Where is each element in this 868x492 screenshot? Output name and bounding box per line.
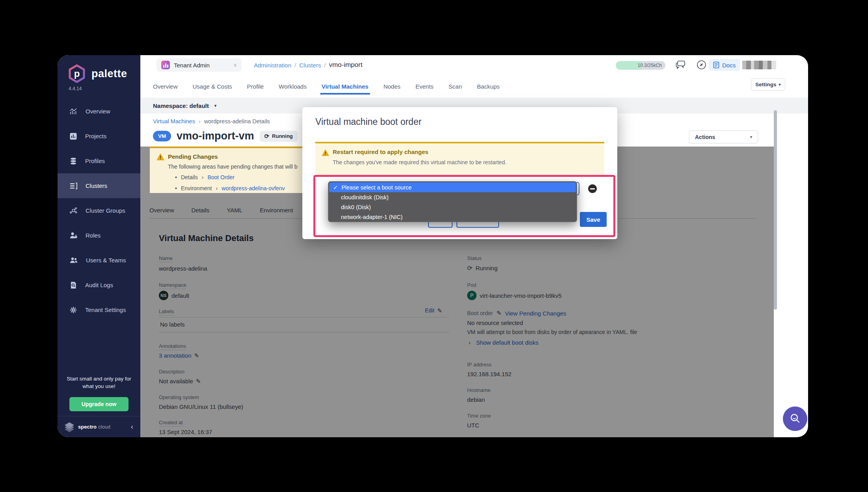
palette-logo: p palette <box>67 64 127 84</box>
collapse-sidebar-chevron[interactable]: ‹ <box>131 423 133 431</box>
vertical-scrollbar[interactable] <box>774 110 777 310</box>
sidebar-item-cluster-groups[interactable]: Cluster Groups <box>58 198 140 223</box>
vm-title-row: VM vmo-import-vm ⟳ Running <box>153 130 298 142</box>
pending-item-prefix: Environment <box>181 185 212 191</box>
brand-name: palette <box>91 68 127 80</box>
sidebar-item-label: Users & Teams <box>86 257 126 264</box>
chat-icon[interactable] <box>676 59 686 70</box>
status-badge: ⟳ Running <box>260 131 298 142</box>
cluster-groups-network-icon <box>69 206 78 215</box>
tab-profile[interactable]: Profile <box>247 75 264 98</box>
chevron-right-icon: › <box>202 174 204 180</box>
help-compass-icon[interactable] <box>697 60 706 70</box>
sidebar-item-audit-logs[interactable]: Audit Logs <box>58 273 140 297</box>
sidebar-item-profiles[interactable]: Profiles <box>58 149 140 173</box>
status-text: Running <box>272 133 293 139</box>
tab-workloads[interactable]: Workloads <box>279 75 307 98</box>
sidebar-item-roles[interactable]: Roles <box>58 223 140 248</box>
sidebar-item-tenant-settings[interactable]: Tenant Settings <box>58 297 140 322</box>
page-title: vmo-import-vm <box>177 130 254 142</box>
save-button[interactable]: Save <box>580 212 607 227</box>
boot-order-link[interactable]: Boot Order <box>207 174 234 180</box>
footer-brand-suffix: cloud <box>98 424 110 430</box>
docs-button[interactable]: Docs <box>709 59 740 71</box>
check-icon: ✓ <box>333 184 338 191</box>
remove-boot-source-button[interactable] <box>588 184 597 193</box>
sidebar-item-overview[interactable]: Overview <box>58 99 140 124</box>
clusters-list-icon <box>69 182 78 190</box>
pending-item-environment: • Environment › wordpress-adelina-ovfenv <box>175 185 285 191</box>
tab-usage-costs[interactable]: Usage & Costs <box>193 75 232 98</box>
search-icon <box>789 413 801 425</box>
cluster-tabs: Overview Usage & Costs Profile Workloads… <box>153 75 500 98</box>
warning-icon <box>156 153 165 161</box>
sidebar-footer: spectro cloud ‹ <box>58 416 140 437</box>
actions-label: Actions <box>695 134 715 140</box>
warning-icon <box>321 149 330 156</box>
chevron-down-icon: ▾ <box>779 82 781 87</box>
sidebar-nav: Overview Projects Profiles <box>58 99 140 322</box>
usage-meter: 10.3/25kCh <box>616 61 665 70</box>
tenant-selector[interactable]: Tenant Admin ∨ <box>156 58 242 72</box>
chevron-down-icon: ∨ <box>233 62 237 68</box>
pending-changes-body: The following areas have pending changes… <box>168 163 297 170</box>
namespace-selector[interactable]: Namespace: default <box>153 102 209 109</box>
breadcrumb-separator: / <box>294 62 296 69</box>
refresh-icon: ⟳ <box>264 133 270 140</box>
sidebar-item-label: Overview <box>86 108 110 115</box>
floating-search-button[interactable] <box>783 407 807 431</box>
breadcrumb-current: vmo-import <box>329 61 362 69</box>
sidebar-item-label: Audit Logs <box>85 282 113 288</box>
chevron-down-icon: ▾ <box>750 135 752 139</box>
bullet: • <box>175 174 177 180</box>
boot-order-modal: Virtual machine boot order Restart requi… <box>302 107 617 239</box>
tab-backups[interactable]: Backups <box>477 75 500 98</box>
spectrocloud-logo <box>64 422 75 432</box>
roles-person-lock-icon <box>69 232 78 240</box>
sidebar-item-clusters[interactable]: Clusters <box>58 173 140 198</box>
sidebar-item-label: Projects <box>85 133 106 139</box>
modal-title: Virtual machine boot order <box>315 117 421 127</box>
chevron-down-icon[interactable]: ▾ <box>214 103 217 108</box>
pending-item-details: • Details › Boot Order <box>175 174 235 180</box>
sidebar-item-projects[interactable]: Projects <box>58 124 140 149</box>
restart-warning: Restart required to apply changes The ch… <box>315 142 604 176</box>
audit-logs-icon <box>69 281 77 289</box>
tab-overview[interactable]: Overview <box>153 75 178 98</box>
vm-badge: VM <box>153 131 171 141</box>
breadcrumb: Administration / Clusters / vmo-import <box>254 61 362 69</box>
sidebar-item-label: Cluster Groups <box>86 207 125 214</box>
pending-changes-title: Pending Changes <box>168 153 218 160</box>
settings-label: Settings <box>755 82 776 87</box>
settings-button[interactable]: Settings ▾ <box>751 78 785 91</box>
dropdown-option-disk0[interactable]: disk0 (Disk) <box>329 202 576 212</box>
breadcrumb-clusters[interactable]: Clusters <box>299 62 321 69</box>
app-version: 4.4.14 <box>69 86 82 91</box>
tab-virtual-machines[interactable]: Virtual Machines <box>322 75 369 98</box>
sidebar-item-users-teams[interactable]: Users & Teams <box>58 248 140 273</box>
docs-label: Docs <box>722 62 736 69</box>
dropdown-option-cloudinitdisk[interactable]: cloudinitdisk (Disk) <box>329 192 576 202</box>
upgrade-now-button[interactable]: Upgrade now <box>69 397 129 411</box>
palette-logo-icon: p <box>67 64 87 84</box>
vm-breadcrumb-link[interactable]: Virtual Machines <box>153 118 195 124</box>
sidebar-item-label: Tenant Settings <box>85 306 126 313</box>
sidebar-item-label: Roles <box>86 232 101 239</box>
restart-warning-body: The changes you've made required this vi… <box>333 159 507 165</box>
sidebar: p palette 4.4.14 Overview Projects <box>58 55 140 437</box>
usage-meter-value: 10.3/25kCh <box>638 63 662 68</box>
dropdown-option-selected[interactable]: ✓ Please select a boot source <box>329 182 576 192</box>
tenant-label: Tenant Admin <box>174 62 210 69</box>
tab-nodes[interactable]: Nodes <box>384 75 400 98</box>
upgrade-promo-text: Start small and only pay for what you us… <box>63 375 134 390</box>
breadcrumb-administration[interactable]: Administration <box>254 62 291 69</box>
chevron-right-icon: › <box>216 185 218 191</box>
breadcrumb-separator: / <box>324 62 326 69</box>
environment-link[interactable]: wordpress-adelina-ovfenv <box>222 185 285 191</box>
dropdown-option-label: Please select a boot source <box>341 184 412 191</box>
dropdown-option-network-adapter[interactable]: network-adapter-1 (NIC) <box>329 212 576 222</box>
app-window: p palette 4.4.14 Overview Projects <box>58 55 808 437</box>
actions-button[interactable]: Actions ▾ <box>689 130 758 143</box>
tab-events[interactable]: Events <box>415 75 434 98</box>
tab-scan[interactable]: Scan <box>449 75 462 98</box>
